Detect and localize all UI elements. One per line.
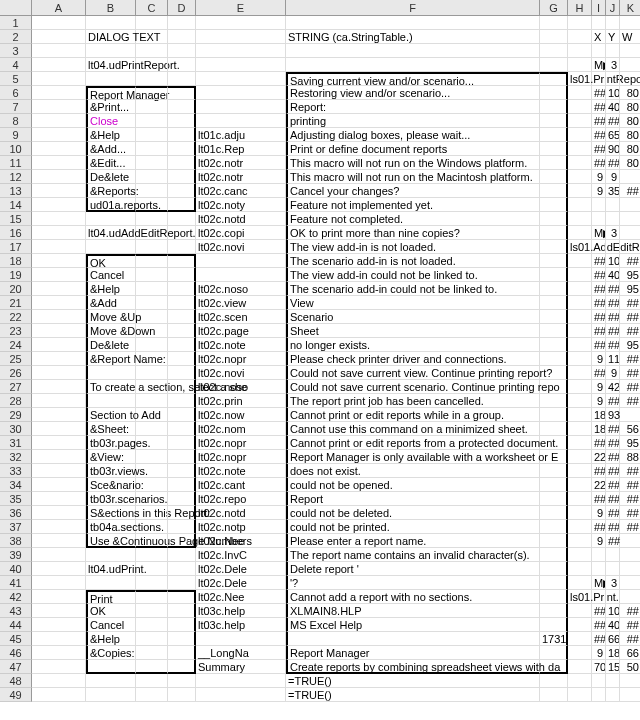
- cell-K12[interactable]: [620, 170, 640, 184]
- cell-J43[interactable]: 10: [606, 604, 620, 618]
- cell-G34[interactable]: [540, 478, 568, 492]
- cell-K1[interactable]: [620, 16, 640, 30]
- cell-H1[interactable]: [568, 16, 592, 30]
- cell-B10[interactable]: &Add...: [86, 142, 136, 156]
- cell-K29[interactable]: [620, 408, 640, 422]
- cell-G26[interactable]: [540, 366, 568, 380]
- cell-C37[interactable]: [136, 520, 168, 534]
- cell-I7[interactable]: ##: [592, 100, 606, 114]
- cell-H32[interactable]: [568, 450, 592, 464]
- cell-B47[interactable]: [86, 660, 136, 674]
- row-header-34[interactable]: 34: [0, 478, 32, 492]
- cell-A7[interactable]: [32, 100, 86, 114]
- cell-K33[interactable]: ##: [620, 464, 640, 478]
- cell-I25[interactable]: 9: [592, 352, 606, 366]
- cell-G38[interactable]: [540, 534, 568, 548]
- cell-H34[interactable]: [568, 478, 592, 492]
- cell-D29[interactable]: [168, 408, 196, 422]
- cell-I46[interactable]: 9: [592, 646, 606, 660]
- col-header-K[interactable]: K: [620, 0, 640, 16]
- cell-A9[interactable]: [32, 128, 86, 142]
- cell-B37[interactable]: tb04a.sections.: [86, 520, 136, 534]
- cell-F3[interactable]: [286, 44, 540, 58]
- cell-F16[interactable]: OK to print more than nine copies?: [286, 226, 540, 240]
- cell-A4[interactable]: [32, 58, 86, 72]
- cell-B26[interactable]: [86, 366, 136, 380]
- cell-I49[interactable]: [592, 688, 606, 702]
- cell-A19[interactable]: [32, 268, 86, 282]
- cell-B49[interactable]: [86, 688, 136, 702]
- cell-K17[interactable]: [620, 240, 640, 254]
- cell-A6[interactable]: [32, 86, 86, 100]
- cell-E31[interactable]: lt02c.nopr: [196, 436, 286, 450]
- cell-G36[interactable]: [540, 506, 568, 520]
- cell-C3[interactable]: [136, 44, 168, 58]
- cell-G13[interactable]: [540, 184, 568, 198]
- cell-F24[interactable]: no longer exists.: [286, 338, 540, 352]
- cell-G29[interactable]: [540, 408, 568, 422]
- cell-K37[interactable]: ##: [620, 520, 640, 534]
- cell-C36[interactable]: [136, 506, 168, 520]
- cell-C45[interactable]: [136, 632, 168, 646]
- cell-F47[interactable]: Create reports by combining spreadsheet …: [286, 660, 540, 674]
- cell-D33[interactable]: [168, 464, 196, 478]
- cell-K41[interactable]: [620, 576, 640, 590]
- row-header-39[interactable]: 39: [0, 548, 32, 562]
- cell-J7[interactable]: 40: [606, 100, 620, 114]
- cell-B20[interactable]: &Help: [86, 282, 136, 296]
- cell-D23[interactable]: [168, 324, 196, 338]
- cell-A18[interactable]: [32, 254, 86, 268]
- cell-F40[interactable]: Delete report ': [286, 562, 540, 576]
- cell-J38[interactable]: ##: [606, 534, 620, 548]
- cell-D25[interactable]: [168, 352, 196, 366]
- cell-H44[interactable]: [568, 618, 592, 632]
- cell-K14[interactable]: [620, 198, 640, 212]
- cell-F7[interactable]: Report:: [286, 100, 540, 114]
- cell-D34[interactable]: [168, 478, 196, 492]
- cell-B32[interactable]: &View:: [86, 450, 136, 464]
- cell-D9[interactable]: [168, 128, 196, 142]
- cell-J23[interactable]: ##: [606, 324, 620, 338]
- cell-A45[interactable]: [32, 632, 86, 646]
- cell-D4[interactable]: [168, 58, 196, 72]
- cell-K35[interactable]: ##: [620, 492, 640, 506]
- cell-C12[interactable]: [136, 170, 168, 184]
- cell-J16[interactable]: 3: [606, 226, 620, 240]
- cell-E18[interactable]: [196, 254, 286, 268]
- cell-J17[interactable]: [606, 240, 620, 254]
- cell-J41[interactable]: 3: [606, 576, 620, 590]
- cell-G20[interactable]: [540, 282, 568, 296]
- cell-A30[interactable]: [32, 422, 86, 436]
- cell-D39[interactable]: [168, 548, 196, 562]
- row-header-43[interactable]: 43: [0, 604, 32, 618]
- cell-F30[interactable]: Cannot use this command on a minimized s…: [286, 422, 540, 436]
- cell-K21[interactable]: ##: [620, 296, 640, 310]
- cell-E23[interactable]: lt02c.page: [196, 324, 286, 338]
- cell-F43[interactable]: XLMAIN8.HLP: [286, 604, 540, 618]
- cell-F1[interactable]: [286, 16, 540, 30]
- cell-F31[interactable]: Cannot print or edit reports from a prot…: [286, 436, 540, 450]
- cell-A29[interactable]: [32, 408, 86, 422]
- cell-I38[interactable]: 9: [592, 534, 606, 548]
- row-header-18[interactable]: 18: [0, 254, 32, 268]
- cell-J15[interactable]: [606, 212, 620, 226]
- row-header-22[interactable]: 22: [0, 310, 32, 324]
- cell-C16[interactable]: [136, 226, 168, 240]
- cell-E2[interactable]: [196, 30, 286, 44]
- cell-F48[interactable]: =TRUE(): [286, 674, 540, 688]
- cell-I40[interactable]: [592, 562, 606, 576]
- cell-A11[interactable]: [32, 156, 86, 170]
- cell-E41[interactable]: lt02c.Dele: [196, 576, 286, 590]
- row-header-38[interactable]: 38: [0, 534, 32, 548]
- cell-D44[interactable]: [168, 618, 196, 632]
- cell-J2[interactable]: Y: [606, 30, 620, 44]
- cell-H11[interactable]: [568, 156, 592, 170]
- cell-G27[interactable]: [540, 380, 568, 394]
- row-header-16[interactable]: 16: [0, 226, 32, 240]
- cell-H19[interactable]: [568, 268, 592, 282]
- cell-C49[interactable]: [136, 688, 168, 702]
- cell-H6[interactable]: [568, 86, 592, 100]
- cell-C25[interactable]: [136, 352, 168, 366]
- cell-J46[interactable]: 18: [606, 646, 620, 660]
- cell-K11[interactable]: 80: [620, 156, 640, 170]
